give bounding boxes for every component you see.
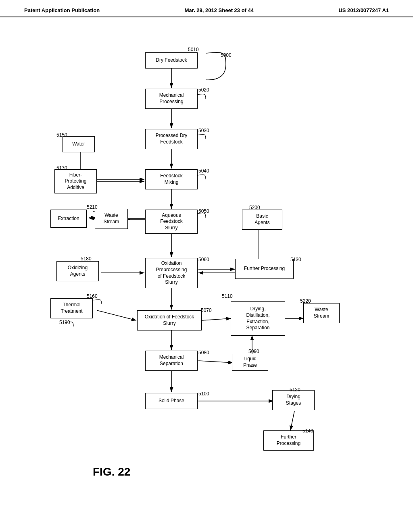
ref-5170: 5170 bbox=[56, 165, 67, 172]
svg-line-15 bbox=[202, 318, 231, 320]
box-thermal-treatment: Thermal Treatment bbox=[50, 298, 93, 318]
ref-5090: 5090 bbox=[248, 349, 259, 355]
header-right: US 2012/0077247 A1 bbox=[338, 7, 389, 13]
ref-5210: 5210 bbox=[87, 204, 98, 211]
box-water: Water bbox=[63, 136, 95, 152]
box-aqueous-feedstock-slurry-label: Aqueous Feedstock Slurry bbox=[160, 212, 182, 231]
box-dry-feedstock: Dry Feedstock bbox=[145, 52, 198, 69]
box-oxidizing-agents-label: Oxidizing Agents bbox=[68, 265, 88, 277]
ref-5040: 5040 bbox=[198, 168, 209, 175]
header-middle: Mar. 29, 2012 Sheet 23 of 44 bbox=[185, 7, 254, 13]
box-solid-phase-label: Solid Phase bbox=[159, 398, 184, 404]
ref-5220: 5220 bbox=[300, 298, 311, 305]
box-thermal-treatment-label: Thermal Treatment bbox=[60, 302, 82, 314]
fig-label: FIG. 22 bbox=[93, 466, 130, 478]
box-dry-feedstock-label: Dry Feedstock bbox=[156, 57, 187, 64]
ref-5020: 5020 bbox=[198, 87, 209, 94]
ref-5200: 5200 bbox=[249, 205, 260, 211]
box-feedstock-mixing: Feedstock Mixing bbox=[145, 169, 198, 189]
ref-5120: 5120 bbox=[290, 387, 300, 393]
box-oxidation-feedstock-slurry: Oxidation of Feedstock Slurry bbox=[137, 310, 202, 330]
box-drying-stages-label: Drying Stages bbox=[286, 394, 301, 406]
ref-5100: 5100 bbox=[198, 391, 209, 397]
box-drying-distillation: Drying, Distillation, Extraction, Separa… bbox=[231, 301, 285, 336]
box-oxidation-preprocessing-label: Oxidation Preprocessing of Feedstock Slu… bbox=[156, 260, 187, 285]
box-waste-stream-right-label: Waste Stream bbox=[314, 307, 330, 319]
box-drying-distillation-label: Drying, Distillation, Extraction, Separa… bbox=[246, 306, 269, 331]
svg-line-14 bbox=[97, 310, 136, 320]
box-basic-agents-label: Basic Agents bbox=[254, 213, 269, 226]
box-oxidizing-agents: Oxidizing Agents bbox=[56, 261, 99, 281]
box-oxidation-feedstock-slurry-label: Oxidation of Feedstock Slurry bbox=[145, 314, 194, 326]
box-extraction: Extraction bbox=[50, 210, 87, 228]
box-further-processing-top-label: Further Processing bbox=[244, 266, 285, 272]
ref-5030: 5030 bbox=[198, 128, 209, 134]
box-mechanical-processing-label: Mechanical Processing bbox=[159, 92, 184, 105]
ref-5050: 5050 bbox=[198, 208, 209, 215]
box-processed-dry-feedstock: Processed Dry Feedstock bbox=[145, 129, 198, 149]
ref-5070: 5070 bbox=[201, 308, 212, 314]
svg-line-20 bbox=[290, 411, 294, 430]
header-left: Patent Application Publication bbox=[24, 7, 100, 13]
page-header: Patent Application Publication Mar. 29, … bbox=[0, 0, 413, 17]
box-mechanical-processing: Mechanical Processing bbox=[145, 89, 198, 109]
box-liquid-phase-label: Liquid Phase bbox=[243, 356, 257, 368]
box-solid-phase: Solid Phase bbox=[145, 393, 198, 409]
box-processed-dry-feedstock-label: Processed Dry Feedstock bbox=[156, 133, 188, 145]
box-feedstock-mixing-label: Feedstock Mixing bbox=[160, 173, 182, 185]
ref-5080: 5080 bbox=[198, 350, 209, 356]
box-fiber-protecting-label: Fiber- Protecting Additive bbox=[65, 172, 86, 191]
box-waste-stream-left: Waste Stream bbox=[95, 209, 128, 229]
ref-5190: 5190 bbox=[59, 320, 70, 326]
ref-5060: 5060 bbox=[198, 257, 209, 263]
box-liquid-phase: Liquid Phase bbox=[232, 354, 268, 371]
ref-5110: 5110 bbox=[222, 293, 233, 300]
ref-5130: 5130 bbox=[290, 257, 301, 263]
box-basic-agents: Basic Agents bbox=[242, 210, 282, 230]
box-extraction-label: Extraction bbox=[58, 216, 79, 222]
box-fiber-protecting: Fiber- Protecting Additive bbox=[54, 169, 97, 193]
box-further-processing-bottom-label: Further Processing bbox=[277, 434, 300, 447]
box-aqueous-feedstock-slurry: Aqueous Feedstock Slurry bbox=[145, 210, 198, 234]
ref-5150: 5150 bbox=[56, 132, 67, 139]
box-further-processing-top: Further Processing bbox=[235, 259, 294, 279]
ref-5180: 5180 bbox=[81, 256, 92, 262]
box-oxidation-preprocessing: Oxidation Preprocessing of Feedstock Slu… bbox=[145, 258, 198, 288]
diagram-area: Dry Feedstock Mechanical Processing Proc… bbox=[0, 32, 413, 524]
box-mechanical-separation: Mechanical Separation bbox=[145, 351, 198, 371]
box-waste-stream-left-label: Waste Stream bbox=[104, 212, 119, 225]
box-mechanical-separation-label: Mechanical Separation bbox=[159, 354, 184, 367]
ref-5160: 5160 bbox=[87, 293, 98, 300]
ref-5140: 5140 bbox=[302, 428, 313, 434]
ref-5010: 5010 bbox=[188, 47, 199, 53]
ref-5000: 5000 bbox=[221, 52, 232, 59]
box-waste-stream-right: Waste Stream bbox=[303, 303, 340, 323]
box-water-label: Water bbox=[72, 141, 85, 148]
svg-line-17 bbox=[198, 361, 233, 363]
